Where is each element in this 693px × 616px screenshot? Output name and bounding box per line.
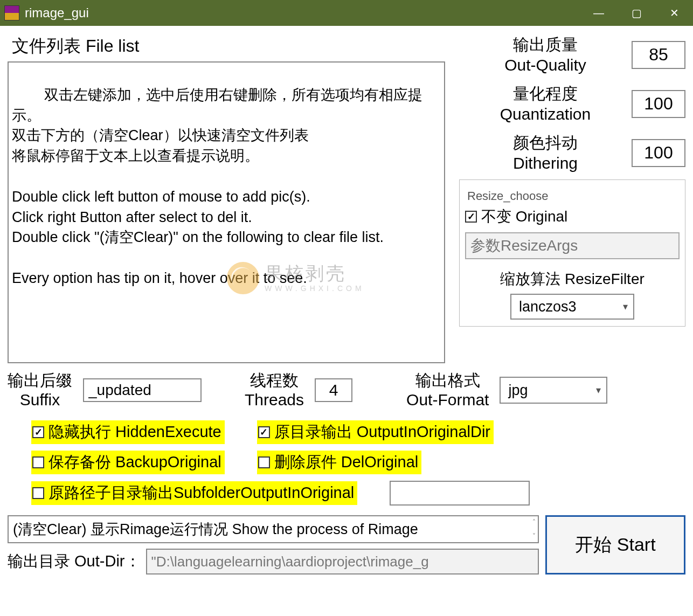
resize-args-input[interactable] (465, 232, 680, 259)
out-format-select[interactable]: jpg ▾ (500, 377, 607, 404)
out-dir-label: 输出目录 Out-Dir： (8, 551, 141, 572)
hidden-execute-checkbox[interactable] (32, 426, 44, 438)
status-box[interactable]: (清空Clear) 显示Rimage运行情况 Show the process … (8, 515, 539, 543)
quantization-label: 量化程度 Quantization (459, 84, 632, 124)
output-in-original-dir-label: 原目录输出 OutputInOriginalDir (274, 421, 490, 443)
subfolder-output-label: 原路径子目录输出SubfolderOutputInOriginal (48, 482, 354, 504)
start-button[interactable]: 开始 Start (545, 515, 685, 575)
out-format-label: 输出格式 Out-Format (406, 371, 489, 410)
chevron-down-icon: ▾ (596, 384, 601, 396)
maximize-button[interactable]: ▢ (618, 0, 655, 26)
del-original-checkbox[interactable] (258, 456, 270, 468)
close-button[interactable]: ✕ (655, 0, 693, 26)
quantization-input[interactable] (632, 90, 685, 118)
out-quality-input[interactable] (632, 41, 685, 69)
output-in-original-dir-checkbox[interactable] (258, 426, 270, 438)
chevron-down-icon: ▾ (623, 301, 628, 313)
resize-fieldset: Resize_choose 不变 Original 缩放算法 ResizeFil… (459, 179, 685, 327)
window-title: rimage_gui (25, 5, 89, 20)
dithering-input[interactable] (632, 139, 685, 167)
suffix-input[interactable] (83, 378, 202, 402)
resize-legend: Resize_choose (465, 189, 550, 203)
title-bar: rimage_gui ― ▢ ✕ (0, 0, 693, 26)
suffix-label: 输出后缀 Suffix (8, 371, 72, 410)
original-checkbox[interactable] (465, 211, 477, 223)
threads-label: 线程数 Threads (245, 371, 304, 410)
subfolder-output-checkbox[interactable] (32, 487, 44, 499)
dithering-label: 颜色抖动 Dithering (459, 133, 632, 173)
file-list-text: 双击左键添加，选中后使用右键删除，所有选项均有相应提示。 双击下方的（清空Cle… (12, 87, 422, 286)
app-icon (4, 5, 19, 20)
backup-original-checkbox[interactable] (32, 456, 44, 468)
file-list-title: 文件列表 File list (12, 34, 448, 58)
subfolder-name-input[interactable] (390, 481, 530, 506)
out-dir-input[interactable] (146, 549, 539, 575)
out-quality-label: 输出质量 Out-Quality (459, 34, 632, 75)
del-original-label: 删除原件 DelOriginal (274, 452, 419, 473)
spinner-icon[interactable]: ˄˅ (532, 518, 536, 540)
original-label: 不变 Original (481, 206, 567, 227)
file-list-box[interactable]: 双击左键添加，选中后使用右键删除，所有选项均有相应提示。 双击下方的（清空Cle… (8, 61, 445, 363)
hidden-execute-label: 隐藏执行 HiddenExecute (48, 421, 221, 443)
backup-original-label: 保存备份 BackupOriginal (48, 452, 221, 473)
resize-filter-select[interactable]: lanczos3 ▾ (510, 294, 634, 320)
resize-filter-label: 缩放算法 ResizeFilter (465, 269, 680, 289)
threads-input[interactable] (315, 378, 352, 402)
minimize-button[interactable]: ― (580, 0, 618, 26)
